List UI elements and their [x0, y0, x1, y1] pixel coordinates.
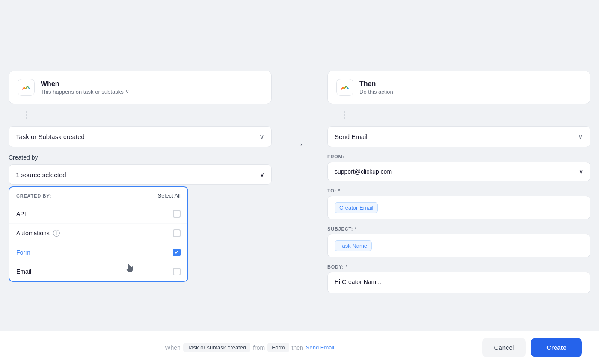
- action-buttons: Cancel Create: [482, 338, 582, 357]
- source-dropdown[interactable]: 1 source selected ∨: [9, 164, 272, 185]
- bottom-bar: When Task or subtask created from Form t…: [0, 331, 599, 364]
- item-form-left: Form: [16, 249, 30, 256]
- from-label: FROM:: [327, 154, 590, 159]
- arrow-right-icon: →: [295, 139, 304, 150]
- when-chevron-icon[interactable]: ∨: [125, 89, 129, 95]
- subject-input[interactable]: Task Name: [327, 234, 590, 257]
- to-tag[interactable]: Creator Email: [335, 202, 378, 213]
- then-card: Then Do this action: [327, 71, 590, 104]
- source-chevron-icon: ∨: [260, 171, 264, 178]
- body-input[interactable]: Hi Creator Nam...: [327, 272, 590, 293]
- breadcrumb-from: from: [253, 344, 265, 351]
- subject-section: SUBJECT: * Task Name: [327, 226, 590, 257]
- item-email-checkbox[interactable]: [173, 268, 181, 275]
- item-automations-left: Automations i: [16, 230, 60, 237]
- trigger-dropdown[interactable]: Task or Subtask created ∨: [9, 126, 272, 147]
- breadcrumb-source: Form: [267, 343, 289, 352]
- trigger-dropdown-label: Task or Subtask created: [16, 133, 85, 140]
- item-email-label: Email: [16, 268, 31, 275]
- item-automations-checkbox[interactable]: [173, 229, 181, 237]
- list-item[interactable]: API: [9, 204, 187, 224]
- item-email-left: Email: [16, 268, 31, 275]
- body-section: BODY: * Hi Creator Nam...: [327, 264, 590, 293]
- create-button[interactable]: Create: [531, 338, 582, 357]
- item-api-checkbox[interactable]: [173, 210, 181, 218]
- from-value: support@clickup.com: [335, 168, 392, 175]
- then-subtitle: Do this action: [359, 89, 393, 95]
- list-item[interactable]: Form: [9, 243, 187, 262]
- then-logo-icon: [336, 79, 353, 96]
- subject-tag[interactable]: Task Name: [335, 240, 372, 251]
- from-input[interactable]: support@clickup.com ∨: [327, 162, 590, 181]
- item-api-left: API: [16, 210, 26, 217]
- to-input[interactable]: Creator Email: [327, 196, 590, 219]
- to-section: TO: * Creator Email: [327, 188, 590, 219]
- breadcrumb-trigger: Task or subtask created: [183, 343, 250, 352]
- popup-header: CREATED BY: Select All: [9, 187, 187, 204]
- breadcrumb-action: Send Email: [306, 344, 334, 351]
- item-form-label: Form: [16, 249, 30, 256]
- clickup-logo-icon: [18, 79, 35, 96]
- then-card-text: Then Do this action: [359, 80, 393, 95]
- list-item[interactable]: Automations i: [9, 224, 187, 243]
- body-label: BODY: *: [327, 264, 590, 269]
- when-card-text: When This happens on task or subtasks ∨: [41, 80, 129, 95]
- connector-line: [26, 111, 272, 119]
- action-chevron-icon: ∨: [578, 133, 583, 141]
- action-dropdown-label: Send Email: [335, 133, 368, 140]
- select-all-button[interactable]: Select All: [158, 192, 181, 199]
- from-chevron-icon: ∨: [579, 168, 583, 175]
- item-automations-label: Automations: [16, 230, 50, 237]
- from-section: FROM: support@clickup.com ∨: [327, 154, 590, 181]
- when-subtitle: This happens on task or subtasks ∨: [41, 89, 129, 95]
- info-icon: i: [53, 230, 60, 237]
- item-api-label: API: [16, 210, 26, 217]
- then-title: Then: [359, 80, 393, 88]
- popup-header-label: CREATED BY:: [16, 193, 51, 198]
- when-card: When This happens on task or subtasks ∨: [9, 71, 272, 104]
- subject-label: SUBJECT: *: [327, 226, 590, 231]
- when-title: When: [41, 80, 129, 88]
- cancel-button[interactable]: Cancel: [482, 338, 526, 357]
- arrow-connector: →: [289, 71, 310, 150]
- created-by-label: Created by: [9, 154, 272, 161]
- created-by-section: Created by 1 source selected ∨ CREATED B…: [9, 154, 272, 282]
- trigger-chevron-icon: ∨: [259, 133, 264, 141]
- breadcrumb: When Task or subtask created from Form t…: [17, 343, 482, 352]
- list-item[interactable]: Email: [9, 262, 187, 281]
- then-connector-line: [344, 111, 590, 119]
- item-form-checkbox[interactable]: [173, 249, 181, 256]
- body-preview: Hi Creator Nam...: [335, 278, 381, 285]
- breadcrumb-then: then: [292, 344, 303, 351]
- to-label: TO: *: [327, 188, 590, 193]
- created-by-popup: CREATED BY: Select All API Automations i: [9, 186, 188, 282]
- breadcrumb-when: When: [165, 344, 181, 351]
- source-dropdown-label: 1 source selected: [16, 171, 66, 178]
- right-panel: Then Do this action Send Email ∨ FROM: s…: [327, 71, 590, 293]
- left-panel: When This happens on task or subtasks ∨ …: [9, 71, 272, 282]
- action-dropdown[interactable]: Send Email ∨: [327, 126, 590, 147]
